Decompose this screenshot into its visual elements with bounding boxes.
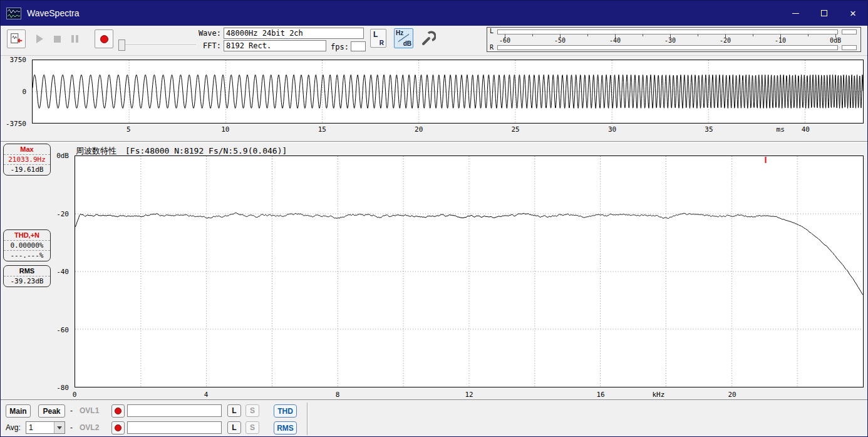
main-button[interactable]: Main	[6, 404, 31, 418]
spectrum-info-text: [Fs:48000 N:8192 Fs/N:5.9(0.046)]	[125, 146, 287, 155]
meter-r-peak-box	[842, 45, 857, 50]
avg-value: 1	[26, 422, 54, 433]
pause-button[interactable]	[66, 29, 83, 48]
wavespectra-window: WaveSpectra ×	[0, 0, 868, 437]
meter-scale-label: -50	[554, 37, 566, 44]
hz-db-scale-button[interactable]: Hz dB	[394, 28, 413, 48]
hz-label: Hz	[396, 29, 403, 36]
thd-button[interactable]: THD	[274, 404, 297, 418]
maximize-button[interactable]	[810, 1, 839, 26]
meter-r-bar	[497, 45, 838, 50]
stop-icon	[54, 36, 61, 43]
ovl1-s-button[interactable]: S	[245, 404, 259, 417]
meter-scale: -60-50-40-30-20-100dB	[505, 35, 835, 44]
ovl2-input[interactable]	[127, 421, 222, 434]
record-icon	[100, 35, 108, 43]
tick-label: 0dB	[56, 152, 69, 160]
app-icon	[6, 8, 21, 19]
meter-tick	[808, 34, 809, 36]
fft-settings-field[interactable]: 8192 Rect.	[224, 40, 326, 51]
close-button[interactable]: ×	[839, 1, 867, 26]
ovl2-record-icon	[115, 424, 121, 431]
rms-button[interactable]: RMS	[274, 421, 297, 434]
tick-label: 40	[802, 125, 810, 134]
ovl1-input[interactable]	[127, 404, 222, 417]
tick-label: 4	[204, 391, 209, 399]
open-button[interactable]	[7, 29, 26, 48]
peak-button[interactable]: Peak	[38, 404, 65, 418]
db-label: dB	[403, 40, 411, 47]
meter-r-label: R	[490, 45, 493, 51]
avg-dropdown-arrow[interactable]	[54, 422, 65, 433]
lr-r-label: R	[380, 39, 384, 46]
wave-label: Wave:	[192, 29, 221, 38]
titlebar[interactable]: WaveSpectra ×	[1, 1, 867, 26]
open-file-icon	[9, 32, 23, 46]
waveform-y-axis: 37500-3750	[1, 60, 29, 124]
position-slider[interactable]	[118, 39, 196, 51]
meter-l-label: L	[490, 28, 493, 34]
tick-label: ms	[777, 125, 785, 134]
max-label: Max	[4, 145, 50, 154]
tick-label: 10	[221, 125, 229, 134]
ovl1-record-icon	[115, 408, 121, 414]
tick-label: -60	[56, 325, 69, 334]
waveform-plot[interactable]	[32, 60, 864, 124]
ovl2-record-button[interactable]	[111, 421, 125, 434]
bottom-panel: Main Peak - OVL1 L S THD Avg: 1 - OVL2	[1, 399, 867, 437]
pause-icon	[71, 35, 78, 43]
tick-label: 12	[465, 391, 473, 399]
meter-scale-label: -60	[499, 37, 510, 44]
spectrum-y-axis: 0dB-20-40-60-80	[1, 155, 72, 387]
spectrum-plot[interactable]	[75, 155, 864, 387]
ovl1-record-button[interactable]	[111, 404, 125, 418]
meter-tick	[587, 34, 588, 36]
level-meter: L -60-50-40-30-20-100dB R	[487, 27, 861, 52]
meter-scale-label: -20	[720, 37, 731, 44]
fps-field	[351, 41, 366, 51]
meter-l-peak-box	[842, 29, 857, 34]
tick-label: 20	[728, 391, 736, 399]
ovl1-l-button[interactable]: L	[227, 404, 241, 417]
meter-scale-label: -10	[775, 37, 786, 44]
wave-format-field: 48000Hz 24bit 2ch	[224, 28, 364, 39]
tick-label: -40	[56, 268, 69, 276]
avg-select[interactable]: 1	[26, 421, 65, 434]
play-button[interactable]	[31, 29, 48, 48]
tick-label: 0	[22, 88, 26, 96]
avg-label: Avg:	[6, 421, 21, 434]
tick-label: -20	[56, 209, 69, 218]
spectrum-panel: Max 21033.9Hz -19.61dB THD,+N 0.00000% -…	[1, 142, 867, 399]
meter-l-bar	[497, 29, 838, 34]
tick-label: 35	[705, 125, 713, 134]
tick-label: 20	[415, 125, 423, 134]
ovl1-label: OVL1	[80, 404, 99, 418]
spectrum-x-axis: 048121620kHz	[75, 390, 864, 400]
maximize-icon	[821, 10, 827, 16]
stop-button[interactable]	[48, 29, 66, 48]
tick-label: 25	[511, 125, 519, 134]
slider-groove	[118, 45, 196, 46]
lr-l-label: L	[373, 30, 378, 39]
ovl2-label: OVL2	[80, 421, 99, 434]
tick-label: kHz	[652, 391, 664, 399]
spectrum-title-text: 周波数特性	[76, 146, 116, 155]
ovl2-l-button[interactable]: L	[227, 421, 241, 434]
slider-thumb[interactable]	[118, 39, 125, 51]
waveform-panel: 37500-3750 510152025303540ms	[1, 56, 867, 142]
meter-tick	[753, 34, 753, 36]
channel-lr-button[interactable]: L R	[370, 29, 386, 48]
minimize-button[interactable]	[781, 1, 810, 26]
dash-text: -	[68, 404, 75, 418]
settings-wrench-button[interactable]	[418, 28, 438, 48]
tick-label: 3750	[10, 56, 27, 64]
fft-label: FFT:	[192, 41, 221, 50]
tick-label: -80	[56, 384, 69, 392]
wrench-icon	[420, 30, 436, 46]
tick-label: 0	[73, 391, 77, 399]
ovl2-s-button[interactable]: S	[245, 421, 259, 434]
meter-tick	[698, 34, 698, 36]
record-button[interactable]	[95, 29, 113, 48]
minimize-icon	[792, 13, 799, 14]
play-icon	[36, 34, 43, 43]
